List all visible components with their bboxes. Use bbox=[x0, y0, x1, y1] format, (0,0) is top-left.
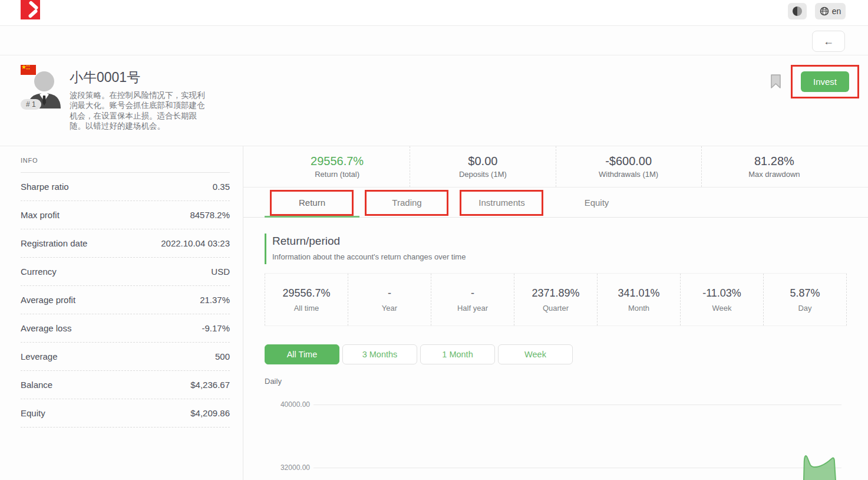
info-label: Sharpe ratio bbox=[21, 182, 69, 192]
info-row-average-loss: Average loss -9.17% bbox=[21, 314, 230, 343]
range-button-1-month[interactable]: 1 Month bbox=[420, 344, 495, 364]
period-label: All time bbox=[294, 304, 319, 313]
navigation-bar: ← bbox=[0, 26, 868, 55]
period-value: 5.87% bbox=[790, 287, 820, 300]
chart-range-buttons: All Time 3 Months 1 Month Week bbox=[265, 344, 847, 364]
invest-button[interactable]: Invest bbox=[801, 71, 849, 92]
info-row-registration-date: Registration date 2022.10.04 03:23 bbox=[21, 229, 230, 258]
return-chart[interactable]: 40000.00 32000.00 bbox=[243, 389, 868, 480]
account-title: 小牛0001号 bbox=[70, 68, 217, 87]
active-tab-underline bbox=[265, 216, 359, 218]
info-label: Equity bbox=[21, 408, 45, 418]
range-button-week[interactable]: Week bbox=[498, 344, 573, 364]
period-month: 341.01% Month bbox=[597, 274, 680, 326]
info-value: 2022.10.04 03:23 bbox=[161, 238, 230, 248]
stat-label: Withdrawals (1M) bbox=[599, 170, 658, 179]
period-day: 5.87% Day bbox=[763, 274, 847, 326]
tab-label: Return bbox=[299, 198, 325, 208]
info-value: $4,209.86 bbox=[190, 408, 230, 418]
info-value: 21.37% bbox=[200, 295, 230, 305]
tab-return[interactable]: Return bbox=[265, 188, 359, 217]
logo-chevron-top bbox=[28, 1, 38, 11]
tab-trading[interactable]: Trading bbox=[359, 188, 454, 217]
tab-instruments[interactable]: Instruments bbox=[454, 188, 549, 217]
period-half-year: - Half year bbox=[431, 274, 514, 326]
left-arrow-icon: ← bbox=[823, 35, 834, 48]
y-axis-tick-40000: 40000.00 bbox=[257, 400, 310, 409]
stat-value: $0.00 bbox=[468, 154, 497, 168]
period-stats-row: 29556.7% All time - Year - Half year 237… bbox=[265, 273, 847, 326]
period-value: 341.01% bbox=[618, 287, 659, 300]
tab-label: Instruments bbox=[478, 198, 524, 208]
info-value: 500 bbox=[215, 351, 230, 361]
stat-deposits: $0.00 Deposits (1M) bbox=[410, 146, 555, 187]
info-row-equity: Equity $4,209.86 bbox=[21, 399, 230, 428]
info-row-currency: Currency USD bbox=[21, 258, 230, 286]
info-row-max-profit: Max profit 84578.2% bbox=[21, 201, 230, 229]
top-bar: en bbox=[0, 0, 868, 26]
globe-icon bbox=[820, 6, 829, 16]
period-value: - bbox=[388, 287, 391, 300]
flag-small-stars: ★★★★ bbox=[26, 65, 30, 70]
y-axis-tick-32000: 32000.00 bbox=[257, 463, 310, 472]
avatar-block: ★ ★★★★ # 1 bbox=[21, 65, 63, 112]
info-heading: INFO bbox=[21, 152, 230, 172]
stat-max-drawdown: 81.28% Max drawdown bbox=[701, 146, 847, 187]
period-label: Day bbox=[798, 304, 811, 313]
period-value: 2371.89% bbox=[532, 287, 579, 300]
period-label: Quarter bbox=[543, 304, 569, 313]
stat-return-total: 29556.7% Return (total) bbox=[265, 146, 410, 187]
brand-logo[interactable] bbox=[21, 0, 40, 19]
return-period-section-header: Return/period Information about the acco… bbox=[265, 234, 847, 264]
main-panel: 29556.7% Return (total) $0.00 Deposits (… bbox=[243, 146, 868, 480]
summary-stats-row: 29556.7% Return (total) $0.00 Deposits (… bbox=[243, 146, 868, 188]
logo-chevron-bottom bbox=[28, 9, 38, 19]
stat-withdrawals: -$600.00 Withdrawals (1M) bbox=[556, 146, 701, 187]
chart-series-label: Daily bbox=[265, 377, 847, 386]
period-label: Year bbox=[382, 304, 397, 313]
section-title: Return/period bbox=[272, 235, 847, 248]
period-label: Week bbox=[712, 304, 732, 313]
contrast-icon bbox=[793, 6, 802, 16]
gridline-32000 bbox=[313, 468, 841, 468]
info-row-balance: Balance $4,236.67 bbox=[21, 371, 230, 399]
language-selector[interactable]: en bbox=[815, 3, 846, 19]
info-value: $4,236.67 bbox=[190, 380, 230, 390]
gridline-40000 bbox=[313, 405, 841, 405]
tab-label: Trading bbox=[392, 198, 421, 208]
period-year: - Year bbox=[348, 274, 431, 326]
info-value: -9.17% bbox=[202, 323, 230, 333]
info-label: Average loss bbox=[21, 323, 71, 333]
tab-label: Equity bbox=[585, 198, 609, 208]
info-label: Average profit bbox=[21, 295, 75, 305]
stat-label: Return (total) bbox=[315, 170, 359, 179]
period-quarter: 2371.89% Quarter bbox=[514, 274, 597, 326]
info-label: Leverage bbox=[21, 351, 58, 361]
theme-toggle-button[interactable] bbox=[788, 3, 807, 19]
area-series-spike bbox=[803, 453, 837, 480]
period-value: - bbox=[471, 287, 474, 300]
language-label: en bbox=[832, 6, 841, 16]
info-row-sharpe-ratio: Sharpe ratio 0.35 bbox=[21, 173, 230, 201]
stat-label: Max drawdown bbox=[748, 170, 800, 179]
period-value: -11.03% bbox=[702, 287, 741, 300]
tab-equity[interactable]: Equity bbox=[549, 188, 644, 217]
info-label: Currency bbox=[21, 267, 57, 277]
info-value: USD bbox=[211, 267, 230, 277]
back-button[interactable]: ← bbox=[812, 31, 845, 52]
account-profile-header: ★ ★★★★ # 1 小牛0001号 波段策略。在控制风险情况下，实现利润最大化… bbox=[0, 55, 868, 146]
info-label: Balance bbox=[21, 380, 52, 390]
stat-value: 29556.7% bbox=[311, 154, 364, 168]
info-value: 0.35 bbox=[213, 182, 230, 192]
period-label: Half year bbox=[457, 304, 488, 313]
info-label: Registration date bbox=[21, 238, 87, 248]
detail-tabs: Return Trading Instruments Equity bbox=[243, 188, 868, 218]
info-row-average-profit: Average profit 21.37% bbox=[21, 286, 230, 314]
bookmark-icon[interactable] bbox=[770, 74, 781, 89]
info-sidebar: INFO Sharpe ratio 0.35 Max profit 84578.… bbox=[0, 146, 243, 480]
stat-value: -$600.00 bbox=[605, 154, 652, 168]
stat-label: Deposits (1M) bbox=[459, 170, 507, 179]
range-button-3-months[interactable]: 3 Months bbox=[342, 344, 417, 364]
range-button-all-time[interactable]: All Time bbox=[265, 344, 339, 364]
info-label: Max profit bbox=[21, 210, 60, 220]
